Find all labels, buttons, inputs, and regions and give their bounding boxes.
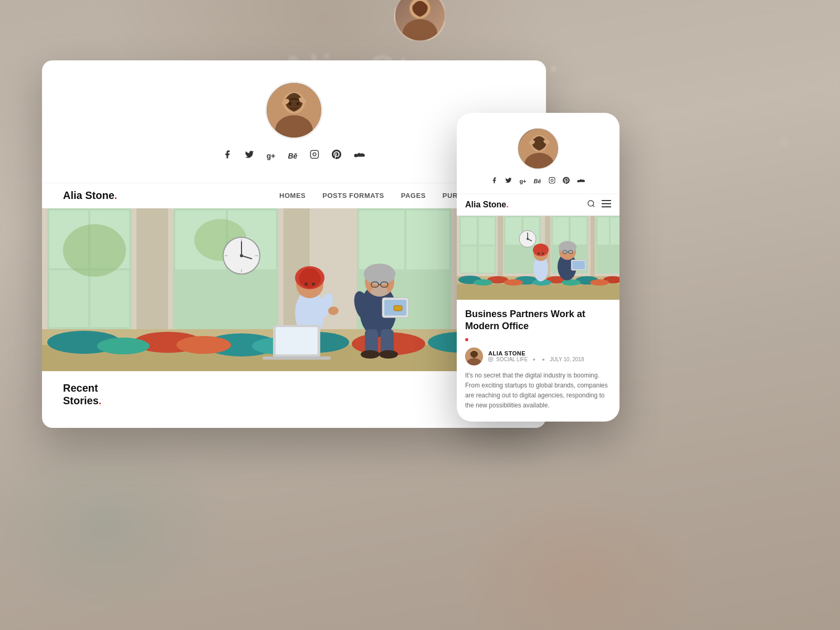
svg-rect-144 — [489, 358, 493, 362]
meta-separator-2 — [542, 359, 544, 361]
svg-point-33 — [63, 224, 126, 277]
svg-point-65 — [361, 350, 380, 359]
svg-rect-103 — [553, 217, 569, 245]
nav-posts-formats[interactable]: POSTS FORMATS — [322, 192, 384, 200]
behance-icon[interactable]: Bē — [288, 152, 297, 160]
svg-point-126 — [562, 279, 581, 286]
svg-rect-85 — [549, 177, 555, 183]
mobile-pinterest-icon[interactable] — [563, 177, 570, 185]
mobile-author-info: ALIA STONE SOCIAL LIFE JULY 10, 2018 — [488, 350, 584, 362]
twitter-icon[interactable] — [245, 150, 254, 162]
desktop-avatar — [265, 81, 323, 139]
svg-rect-19 — [49, 270, 88, 327]
svg-point-6 — [289, 102, 292, 106]
pinterest-icon[interactable] — [332, 150, 341, 162]
svg-point-88 — [588, 201, 594, 206]
mobile-menu-icon[interactable] — [602, 200, 611, 209]
svg-point-69 — [371, 286, 388, 297]
soundcloud-icon[interactable] — [354, 150, 365, 162]
mobile-author-meta: SOCIAL LIFE JULY 10, 2018 — [488, 356, 584, 362]
svg-point-52 — [97, 338, 150, 354]
facebook-icon[interactable] — [223, 150, 232, 162]
mobile-social-icons: g+ Bē — [491, 177, 585, 185]
svg-rect-110 — [591, 216, 595, 279]
svg-point-66 — [379, 350, 398, 359]
svg-rect-26 — [406, 211, 449, 269]
svg-rect-107 — [611, 217, 620, 245]
mobile-googleplus-icon[interactable]: g+ — [519, 178, 526, 184]
svg-rect-30 — [136, 208, 168, 345]
mobile-article-title: Business Partners Work at Modern Office — [465, 308, 611, 333]
svg-rect-97 — [461, 246, 477, 272]
svg-rect-104 — [571, 217, 586, 245]
svg-rect-96 — [479, 217, 495, 245]
svg-rect-78 — [262, 356, 331, 360]
svg-point-53 — [176, 336, 231, 354]
svg-line-89 — [593, 205, 594, 207]
recent-stories-title: RecentStories. — [63, 382, 101, 407]
googleplus-icon[interactable]: g+ — [267, 152, 276, 160]
mobile-nav-bar: Alia Stone. — [457, 194, 620, 216]
svg-rect-116 — [457, 284, 620, 300]
svg-point-7 — [297, 102, 300, 106]
svg-point-61 — [328, 307, 339, 315]
svg-rect-108 — [498, 216, 503, 279]
bg-nav-ghost: Q — [780, 136, 788, 148]
svg-point-1 — [403, 19, 437, 40]
mobile-twitter-icon[interactable] — [505, 177, 512, 185]
svg-rect-106 — [597, 217, 609, 245]
mobile-soundcloud-icon[interactable] — [577, 177, 585, 185]
mobile-hero-image — [457, 216, 620, 300]
svg-rect-140 — [572, 261, 585, 269]
svg-point-58 — [304, 282, 308, 286]
svg-rect-20 — [90, 270, 129, 327]
mobile-article-dot — [465, 338, 468, 341]
mobile-author-avatar — [465, 348, 483, 365]
mobile-excerpt: It's no secret that the digital industry… — [465, 371, 611, 411]
meta-separator — [533, 359, 535, 361]
svg-rect-25 — [359, 211, 404, 269]
mobile-card: g+ Bē Alia Stone. — [457, 113, 620, 422]
svg-rect-79 — [394, 306, 402, 311]
mobile-author-row: ALIA STONE SOCIAL LIFE JULY 10, 2018 — [465, 348, 611, 365]
mobile-facebook-icon[interactable] — [491, 177, 498, 185]
mobile-brand: Alia Stone. — [465, 200, 509, 209]
mobile-avatar — [517, 128, 559, 170]
svg-rect-10 — [311, 151, 319, 159]
mobile-search-icon[interactable] — [587, 200, 595, 210]
mobile-category: SOCIAL LIFE — [496, 356, 528, 362]
svg-point-127 — [590, 279, 609, 286]
svg-point-132 — [542, 253, 544, 255]
svg-rect-98 — [479, 246, 495, 272]
svg-point-135 — [559, 241, 576, 254]
instagram-icon[interactable] — [310, 150, 319, 162]
svg-point-68 — [364, 264, 395, 285]
mobile-article-content: Business Partners Work at Modern Office … — [457, 300, 620, 411]
mobile-date: JULY 10, 2018 — [550, 356, 584, 362]
svg-point-123 — [474, 279, 492, 286]
social-icons-row: g+ Bē — [223, 150, 366, 162]
desktop-brand: Alia Stone. — [63, 190, 117, 202]
svg-rect-95 — [461, 217, 477, 245]
mobile-instagram-icon[interactable] — [549, 177, 555, 185]
svg-point-131 — [538, 253, 540, 255]
mobile-behance-icon[interactable]: Bē — [534, 178, 541, 184]
svg-rect-77 — [276, 327, 318, 354]
svg-point-130 — [533, 244, 549, 256]
nav-homes[interactable]: HOMES — [279, 192, 306, 200]
svg-point-124 — [504, 279, 523, 286]
mobile-card-header: g+ Bē — [457, 113, 620, 194]
nav-pages[interactable]: PAGES — [401, 192, 426, 200]
svg-rect-100 — [506, 217, 521, 245]
svg-point-59 — [312, 282, 315, 286]
mobile-author-name: ALIA STONE — [488, 350, 584, 356]
